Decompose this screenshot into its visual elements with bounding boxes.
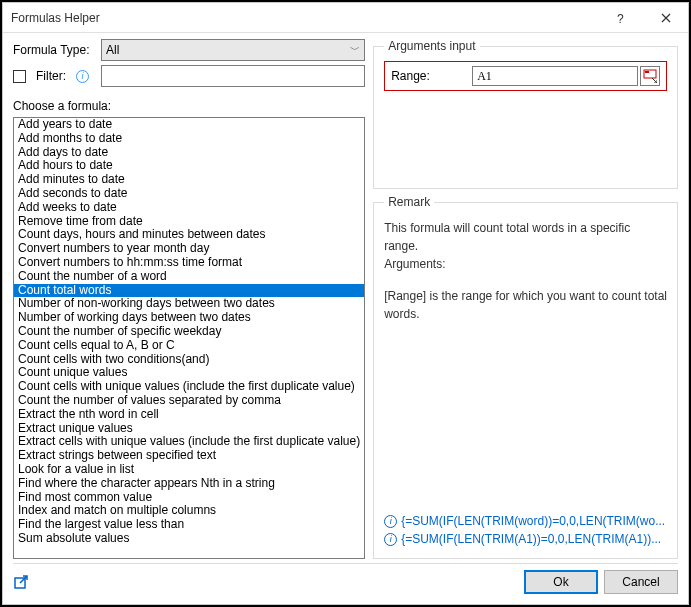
link-text-2: {=SUM(IF(LEN(TRIM(A1))=0,0,LEN(TRIM(A1))… — [401, 532, 661, 546]
dialog-footer: Ok Cancel — [13, 563, 678, 594]
remark-line2: Arguments: — [384, 255, 667, 273]
help-button[interactable]: ? — [598, 3, 643, 33]
info-icon: i — [384, 515, 397, 528]
ok-button[interactable]: Ok — [524, 570, 598, 594]
list-item[interactable]: Find the largest value less than — [14, 518, 364, 532]
list-item[interactable]: Convert numbers to hh:mm:ss time format — [14, 256, 364, 270]
remark-line3: [Range] is the range for which you want … — [384, 287, 667, 323]
range-field-wrap — [472, 66, 660, 86]
close-button[interactable] — [643, 3, 688, 33]
remark-links: i {=SUM(IF(LEN(TRIM(word))=0,0,LEN(TRIM(… — [384, 512, 667, 548]
remark-group: Remark This formula will count total wor… — [373, 195, 678, 559]
svg-rect-2 — [645, 71, 649, 73]
list-item[interactable]: Count the number of specific weekday — [14, 325, 364, 339]
arguments-legend: Arguments input — [384, 39, 479, 53]
remark-line1: This formula will count total words in a… — [384, 219, 667, 255]
list-item[interactable]: Add seconds to date — [14, 187, 364, 201]
list-item[interactable]: Sum absolute values — [14, 532, 364, 546]
range-label: Range: — [391, 69, 466, 83]
list-item[interactable]: Count the number of a word — [14, 270, 364, 284]
list-item[interactable]: Count total words — [14, 284, 364, 298]
filter-label: Filter: — [36, 69, 66, 83]
share-icon — [13, 573, 31, 591]
list-item[interactable]: Add hours to date — [14, 159, 364, 173]
range-argument-row: Range: — [384, 61, 667, 91]
choose-formula-label: Choose a formula: — [13, 99, 365, 113]
dialog-body: Formula Type: All ﹀ Filter: i Choose a f… — [3, 33, 688, 604]
range-selector-icon — [643, 69, 657, 83]
list-item[interactable]: Count cells equal to A, B or C — [14, 339, 364, 353]
formula-listbox[interactable]: Add years to dateAdd months to dateAdd d… — [13, 117, 365, 559]
list-item[interactable]: Find most common value — [14, 491, 364, 505]
list-item[interactable]: Look for a value in list — [14, 463, 364, 477]
formula-type-row: Formula Type: All ﹀ — [13, 39, 365, 61]
list-item[interactable]: Add minutes to date — [14, 173, 364, 187]
left-column: Formula Type: All ﹀ Filter: i Choose a f… — [13, 39, 365, 559]
list-item[interactable]: Remove time from date — [14, 215, 364, 229]
info-icon: i — [384, 533, 397, 546]
filter-input[interactable] — [101, 65, 365, 87]
window-title: Formulas Helper — [11, 11, 598, 25]
list-item[interactable]: Extract unique values — [14, 422, 364, 436]
dialog-window: Formulas Helper ? Formula Type: All ﹀ Fi… — [2, 2, 689, 605]
svg-text:?: ? — [617, 12, 624, 25]
list-item[interactable]: Add months to date — [14, 132, 364, 146]
list-item[interactable]: Add years to date — [14, 118, 364, 132]
title-bar: Formulas Helper ? — [3, 3, 688, 33]
list-item[interactable]: Number of non-working days between two d… — [14, 297, 364, 311]
formula-type-select[interactable]: All ﹀ — [101, 39, 365, 61]
list-item[interactable]: Number of working days between two dates — [14, 311, 364, 325]
link-text-1: {=SUM(IF(LEN(TRIM(word))=0,0,LEN(TRIM(wo… — [401, 514, 665, 528]
cancel-button[interactable]: Cancel — [604, 570, 678, 594]
filter-row: Filter: i — [13, 65, 365, 87]
list-item[interactable]: Count the number of values separated by … — [14, 394, 364, 408]
arguments-input-group: Arguments input Range: — [373, 39, 678, 189]
share-button[interactable] — [13, 573, 31, 591]
list-item[interactable]: Count unique values — [14, 366, 364, 380]
list-item[interactable]: Add days to date — [14, 146, 364, 160]
chevron-down-icon: ﹀ — [350, 43, 360, 57]
list-item[interactable]: Extract cells with unique values (includ… — [14, 435, 364, 449]
right-column: Arguments input Range: — [373, 39, 678, 559]
list-item[interactable]: Add weeks to date — [14, 201, 364, 215]
list-item[interactable]: Extract the nth word in cell — [14, 408, 364, 422]
formula-type-value: All — [106, 43, 119, 57]
range-picker-button[interactable] — [640, 66, 660, 86]
filter-checkbox[interactable] — [13, 70, 26, 83]
list-item[interactable]: Count cells with unique values (include … — [14, 380, 364, 394]
formula-template-link[interactable]: i {=SUM(IF(LEN(TRIM(word))=0,0,LEN(TRIM(… — [384, 512, 667, 530]
remark-legend: Remark — [384, 195, 434, 209]
formula-resolved-link[interactable]: i {=SUM(IF(LEN(TRIM(A1))=0,0,LEN(TRIM(A1… — [384, 530, 667, 548]
main-columns: Formula Type: All ﹀ Filter: i Choose a f… — [13, 39, 678, 559]
list-item[interactable]: Convert numbers to year month day — [14, 242, 364, 256]
range-input[interactable] — [472, 66, 638, 86]
remark-body: This formula will count total words in a… — [384, 217, 667, 325]
list-item[interactable]: Count cells with two conditions(and) — [14, 353, 364, 367]
list-item[interactable]: Index and match on multiple columns — [14, 504, 364, 518]
list-item[interactable]: Extract strings between specified text — [14, 449, 364, 463]
formula-type-label: Formula Type: — [13, 43, 95, 57]
list-item[interactable]: Count days, hours and minutes between da… — [14, 228, 364, 242]
info-icon[interactable]: i — [76, 70, 89, 83]
list-item[interactable]: Find where the character appears Nth in … — [14, 477, 364, 491]
